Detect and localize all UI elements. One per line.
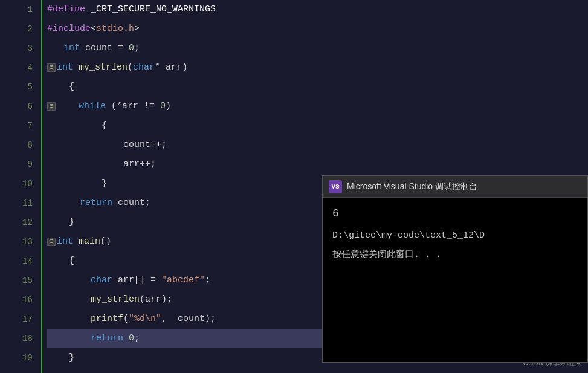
line-num-6: 6 bbox=[0, 97, 36, 116]
line2-text: #include<stdio.h> bbox=[47, 19, 140, 39]
editor-area: 1 2 3 4 5 6 7 8 9 10 11 12 13 14 15 16 1… bbox=[0, 0, 588, 373]
code-line-8: count++; bbox=[47, 135, 588, 155]
code-line-3: int count = 0; bbox=[47, 39, 588, 58]
console-output-hint: 按任意键关闭此窗口. . . bbox=[332, 248, 578, 262]
console-output-path: D:\gitee\my-code\text_5_12\D bbox=[332, 229, 578, 243]
line19-text: } bbox=[47, 348, 74, 368]
line12-text: } bbox=[47, 213, 74, 232]
line11-text: return count; bbox=[47, 193, 150, 213]
line-num-9: 9 bbox=[0, 155, 36, 174]
line10-text: } bbox=[47, 174, 107, 193]
line15-text: char arr[] = "abcdef"; bbox=[47, 271, 210, 290]
line4-kw: int bbox=[57, 58, 73, 77]
line4-rest: ( bbox=[128, 58, 133, 77]
line6-while: while bbox=[79, 97, 106, 116]
line-num-3: 3 bbox=[0, 39, 36, 58]
code-line-4: ⊟int my_strlen(char* arr) bbox=[47, 58, 588, 77]
code-line-5: { bbox=[47, 77, 588, 97]
vs-console-title-bar: VS Microsoft Visual Studio 调试控制台 bbox=[323, 176, 587, 198]
code-line-9: arr++; bbox=[47, 155, 588, 174]
line-num-7: 7 bbox=[0, 116, 36, 135]
line7-text: { bbox=[47, 116, 107, 135]
vs-console-body: 6 D:\gitee\my-code\text_5_12\D 按任意键关闭此窗口… bbox=[323, 198, 587, 362]
console-output-number: 6 bbox=[332, 205, 578, 222]
line5-text: { bbox=[47, 77, 74, 97]
line17-text: printf("%d\n", count); bbox=[47, 310, 216, 329]
vs-icon: VS bbox=[329, 180, 342, 193]
line3-text: int count = 0; bbox=[47, 39, 140, 58]
line4-collapse[interactable]: ⊟ bbox=[47, 63, 56, 72]
line-num-14: 14 bbox=[0, 251, 36, 271]
line4-fn: my_strlen bbox=[79, 58, 128, 77]
line-num-5: 5 bbox=[0, 77, 36, 97]
line-num-16: 16 bbox=[0, 290, 36, 310]
line13-fn: main bbox=[79, 232, 100, 251]
line8-text: count++; bbox=[47, 135, 167, 155]
line1-text: #define _CRT_SECURE_NO_WARNINGS bbox=[47, 0, 216, 19]
line13-kw: int bbox=[57, 232, 73, 251]
line-num-13: 13 bbox=[0, 232, 36, 251]
line-num-10: 10 bbox=[0, 174, 36, 193]
code-line-1: #define _CRT_SECURE_NO_WARNINGS bbox=[47, 0, 588, 19]
vs-console-title-text: Microsoft Visual Studio 调试控制台 bbox=[347, 181, 477, 192]
line-num-12: 12 bbox=[0, 213, 36, 232]
console-output: 6 D:\gitee\my-code\text_5_12\D 按任意键关闭此窗口… bbox=[332, 205, 578, 262]
code-line-7: { bbox=[47, 116, 588, 135]
line-num-4: 4 bbox=[0, 58, 36, 77]
line6-collapse[interactable]: ⊟ bbox=[47, 102, 56, 111]
line-num-1: 1 bbox=[0, 0, 36, 19]
line-num-11: 11 bbox=[0, 193, 36, 213]
vs-console-window: VS Microsoft Visual Studio 调试控制台 6 D:\gi… bbox=[322, 175, 588, 363]
line-num-17: 17 bbox=[0, 310, 36, 329]
line-num-18: 18 bbox=[0, 329, 36, 348]
line16-text: my_strlen(arr); bbox=[47, 290, 172, 310]
line-num-2: 2 bbox=[0, 19, 36, 39]
line-num-15: 15 bbox=[0, 271, 36, 290]
line-num-8: 8 bbox=[0, 135, 36, 155]
line-number-gutter: 1 2 3 4 5 6 7 8 9 10 11 12 13 14 15 16 1… bbox=[0, 0, 42, 373]
code-line-6: ⊟ while (*arr != 0) bbox=[47, 97, 588, 116]
line-num-19: 19 bbox=[0, 348, 36, 368]
line9-text: arr++; bbox=[47, 155, 156, 174]
line13-rest: () bbox=[100, 232, 111, 251]
line13-collapse[interactable]: ⊟ bbox=[47, 238, 56, 246]
line14-text: { bbox=[47, 251, 74, 271]
code-line-2: #include<stdio.h> bbox=[47, 19, 588, 39]
line18-text: return 0; bbox=[47, 329, 140, 348]
